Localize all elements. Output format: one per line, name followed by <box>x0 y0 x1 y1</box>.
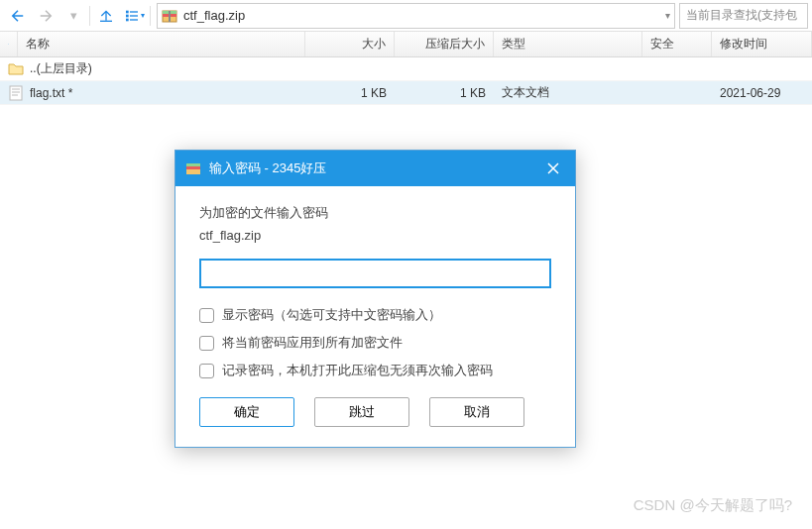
watermark: CSDN @今天解题了吗? <box>634 496 792 515</box>
column-time[interactable]: 修改时间 <box>712 32 812 56</box>
skip-button[interactable]: 跳过 <box>314 397 409 427</box>
column-name[interactable]: 名称 <box>18 32 305 56</box>
archive-icon <box>185 160 201 176</box>
checkbox-icon <box>199 364 214 378</box>
cancel-button[interactable]: 取消 <box>429 397 524 427</box>
file-name: ..(上层目录) <box>30 60 92 77</box>
svg-rect-16 <box>186 163 200 166</box>
file-name: flag.txt * <box>30 86 72 100</box>
search-input[interactable]: 当前目录查找(支持包 <box>679 3 808 29</box>
svg-rect-17 <box>186 166 200 169</box>
svg-rect-4 <box>130 15 138 16</box>
view-list-button[interactable]: ▾ <box>120 2 148 30</box>
svg-rect-11 <box>10 86 22 100</box>
dialog-title: 输入密码 - 2345好压 <box>209 159 541 177</box>
sort-indicator[interactable] <box>0 32 18 56</box>
forward-button[interactable] <box>32 2 59 30</box>
grid-header: 名称 大小 压缩后大小 类型 安全 修改时间 <box>0 32 812 57</box>
column-size[interactable]: 大小 <box>305 32 395 56</box>
dialog-message: 为加密的文件输入密码 <box>199 204 551 222</box>
dropdown-history-button[interactable]: ▾ <box>59 2 87 30</box>
svg-rect-1 <box>126 10 129 13</box>
ok-button[interactable]: 确定 <box>199 397 294 427</box>
text-file-icon <box>8 85 24 101</box>
show-password-checkbox[interactable]: 显示密码（勾选可支持中文密码输入） <box>199 306 551 324</box>
path-dropdown-icon[interactable]: ▾ <box>665 10 670 21</box>
svg-rect-3 <box>126 14 129 17</box>
apply-all-checkbox[interactable]: 将当前密码应用到所有加密文件 <box>199 334 551 352</box>
checkbox-icon <box>199 336 214 351</box>
password-dialog: 输入密码 - 2345好压 为加密的文件输入密码 ctf_flag.zip 显示… <box>174 150 576 448</box>
svg-rect-6 <box>130 19 138 20</box>
column-type[interactable]: 类型 <box>494 32 642 56</box>
svg-rect-5 <box>126 18 129 21</box>
svg-rect-10 <box>169 11 171 22</box>
up-button[interactable] <box>92 2 120 30</box>
folder-icon <box>8 61 24 77</box>
table-row[interactable]: flag.txt * 1 KB 1 KB 文本文档 2021-06-29 <box>0 81 812 105</box>
close-button[interactable] <box>541 157 565 180</box>
column-safe[interactable]: 安全 <box>642 32 712 56</box>
dialog-titlebar[interactable]: 输入密码 - 2345好压 <box>175 151 575 186</box>
svg-rect-2 <box>130 11 138 12</box>
password-input[interactable] <box>199 259 551 288</box>
back-button[interactable] <box>4 2 32 30</box>
dialog-filename: ctf_flag.zip <box>199 228 551 243</box>
toolbar: ▾ ▾ ctf_flag.zip ▾ 当前目录查找(支持包 <box>0 0 812 32</box>
path-box[interactable]: ctf_flag.zip ▾ <box>157 3 675 29</box>
svg-rect-0 <box>100 20 112 21</box>
column-compressed-size[interactable]: 压缩后大小 <box>395 32 494 56</box>
table-row[interactable]: ..(上层目录) <box>0 57 812 81</box>
path-text: ctf_flag.zip <box>183 8 245 23</box>
checkbox-icon <box>199 308 214 323</box>
remember-password-checkbox[interactable]: 记录密码，本机打开此压缩包无须再次输入密码 <box>199 362 551 379</box>
archive-icon <box>162 8 177 24</box>
